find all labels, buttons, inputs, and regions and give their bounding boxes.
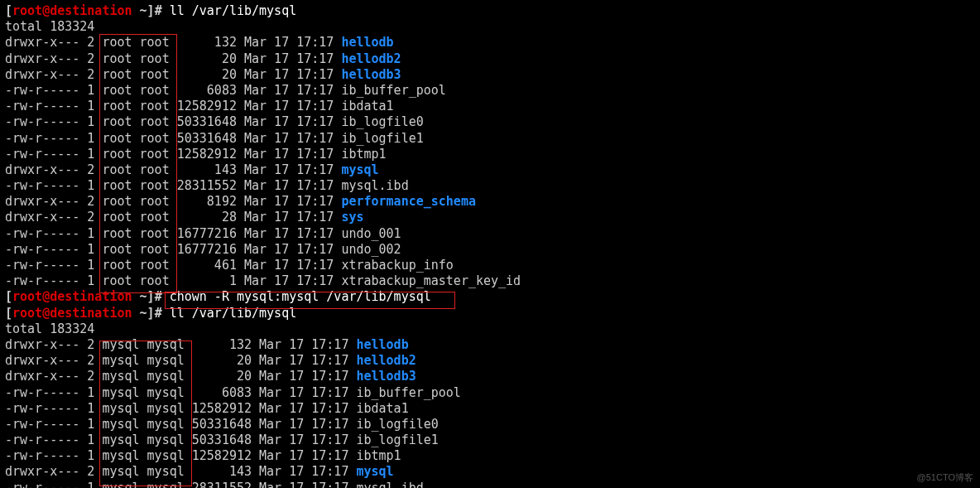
file-name: ibdata1 (356, 401, 408, 416)
shell-prompt: [root@destination ~]# (5, 3, 170, 18)
ls-row-root: drwxr-x--- 2 root root 20 Mar 17 17:17 h… (5, 67, 975, 83)
ls-metadata: drwxr-x--- 2 mysql mysql 132 Mar 17 17:1… (5, 337, 356, 352)
ls-row-root: -rw-r----- 1 root root 50331648 Mar 17 1… (5, 131, 975, 147)
ls-metadata: drwxr-x--- 2 root root 8192 Mar 17 17:17 (5, 194, 341, 209)
file-name: ibtmp1 (341, 147, 386, 162)
ls-row-mysql: -rw-r----- 1 mysql mysql 28311552 Mar 17… (5, 481, 975, 488)
ls-row-mysql: drwxr-x--- 2 mysql mysql 132 Mar 17 17:1… (5, 337, 975, 353)
directory-name: hellodb3 (341, 67, 401, 82)
shell-prompt: [root@destination ~]# (5, 306, 170, 321)
directory-name: hellodb3 (356, 369, 416, 384)
ls-row-root: drwxr-x--- 2 root root 20 Mar 17 17:17 h… (5, 51, 975, 67)
ls-metadata: -rw-r----- 1 mysql mysql 50331648 Mar 17… (5, 417, 356, 432)
ls-row-root: -rw-r----- 1 root root 1 Mar 17 17:17 xt… (5, 273, 975, 289)
ls-row-mysql: -rw-r----- 1 mysql mysql 50331648 Mar 17… (5, 417, 975, 432)
ls-row-root: -rw-r----- 1 root root 28311552 Mar 17 1… (5, 178, 975, 194)
directory-name: hellodb (356, 337, 408, 352)
file-name: ibdata1 (341, 99, 393, 114)
ls-row-mysql: drwxr-x--- 2 mysql mysql 20 Mar 17 17:17… (5, 353, 975, 369)
ls-metadata: drwxr-x--- 2 root root 28 Mar 17 17:17 (5, 210, 341, 225)
ls-row-root: -rw-r----- 1 root root 50331648 Mar 17 1… (5, 114, 975, 130)
ls-row-mysql: drwxr-x--- 2 mysql mysql 20 Mar 17 17:17… (5, 369, 975, 384)
ls-metadata: -rw-r----- 1 root root 461 Mar 17 17:17 (5, 258, 341, 273)
ls-metadata: drwxr-x--- 2 mysql mysql 143 Mar 17 17:1… (5, 464, 356, 479)
ls-row-root: -rw-r----- 1 root root 16777216 Mar 17 1… (5, 226, 975, 242)
file-name: ib_logfile1 (356, 432, 438, 447)
ls-row-mysql: -rw-r----- 1 mysql mysql 12582912 Mar 17… (5, 448, 975, 464)
ls-metadata: -rw-r----- 1 mysql mysql 6083 Mar 17 17:… (5, 385, 356, 400)
file-name: mysql.ibd (356, 481, 423, 488)
ls-row-root: -rw-r----- 1 root root 6083 Mar 17 17:17… (5, 83, 975, 99)
ls-metadata: drwxr-x--- 2 root root 20 Mar 17 17:17 (5, 67, 341, 82)
ls-metadata: -rw-r----- 1 root root 6083 Mar 17 17:17 (5, 83, 341, 98)
prompt-line[interactable]: [root@destination ~]# chown -R mysql:mys… (5, 289, 975, 305)
ls-row-root: drwxr-x--- 2 root root 8192 Mar 17 17:17… (5, 194, 975, 210)
ls-metadata: -rw-r----- 1 root root 12582912 Mar 17 1… (5, 99, 341, 114)
ls-row-root: -rw-r----- 1 root root 12582912 Mar 17 1… (5, 147, 975, 162)
ls-row-mysql: -rw-r----- 1 mysql mysql 50331648 Mar 17… (5, 432, 975, 448)
watermark: @51CTO博客 (917, 471, 973, 483)
ls-metadata: -rw-r----- 1 root root 12582912 Mar 17 1… (5, 147, 341, 162)
ls-metadata: drwxr-x--- 2 mysql mysql 20 Mar 17 17:17 (5, 369, 356, 384)
ls-metadata: -rw-r----- 1 mysql mysql 28311552 Mar 17… (5, 481, 356, 488)
ls-metadata: -rw-r----- 1 mysql mysql 12582912 Mar 17… (5, 448, 356, 463)
directory-name: mysql (341, 162, 378, 177)
directory-name: sys (341, 210, 363, 225)
file-name: ib_logfile0 (356, 417, 438, 432)
ls-total: total 183324 (5, 19, 975, 35)
shell-prompt: [root@destination ~]# (5, 289, 170, 304)
prompt-line[interactable]: [root@destination ~]# ll /var/lib/mysql (5, 306, 975, 321)
ls-metadata: -rw-r----- 1 root root 1 Mar 17 17:17 (5, 273, 341, 288)
file-name: xtrabackup_info (341, 258, 453, 273)
file-name: ib_logfile0 (341, 114, 423, 129)
ls-row-root: drwxr-x--- 2 root root 28 Mar 17 17:17 s… (5, 210, 975, 225)
ls-row-mysql: -rw-r----- 1 mysql mysql 12582912 Mar 17… (5, 401, 975, 417)
prompt-line[interactable]: [root@destination ~]# ll /var/lib/mysql (5, 3, 975, 19)
ls-metadata: drwxr-x--- 2 root root 132 Mar 17 17:17 (5, 35, 341, 50)
file-name: ib_buffer_pool (341, 83, 445, 98)
cmd-chown[interactable]: chown -R mysql:mysql /var/lib/mysql (170, 289, 431, 304)
ls-metadata: -rw-r----- 1 mysql mysql 50331648 Mar 17… (5, 432, 356, 447)
file-name: undo_002 (341, 242, 401, 257)
directory-name: mysql (356, 464, 393, 479)
ls-row-root: drwxr-x--- 2 root root 143 Mar 17 17:17 … (5, 162, 975, 178)
ls-metadata: -rw-r----- 1 root root 16777216 Mar 17 1… (5, 226, 341, 241)
cmd-ll-1[interactable]: ll /var/lib/mysql (170, 3, 297, 18)
ls-metadata: -rw-r----- 1 root root 16777216 Mar 17 1… (5, 242, 341, 257)
file-name: mysql.ibd (341, 178, 408, 193)
ls-metadata: -rw-r----- 1 mysql mysql 12582912 Mar 17… (5, 401, 356, 416)
directory-name: hellodb (341, 35, 393, 50)
directory-name: hellodb2 (341, 51, 401, 66)
file-name: ib_logfile1 (341, 131, 423, 146)
ls-row-root: -rw-r----- 1 root root 12582912 Mar 17 1… (5, 99, 975, 114)
ls-metadata: drwxr-x--- 2 root root 143 Mar 17 17:17 (5, 162, 341, 177)
cmd-ll-2[interactable]: ll /var/lib/mysql (170, 306, 297, 321)
ls-metadata: -rw-r----- 1 root root 50331648 Mar 17 1… (5, 131, 341, 146)
ls-row-mysql: drwxr-x--- 2 mysql mysql 143 Mar 17 17:1… (5, 464, 975, 480)
directory-name: performance_schema (341, 194, 476, 209)
directory-name: hellodb2 (356, 353, 416, 368)
file-name: ib_buffer_pool (356, 385, 460, 400)
terminal-output: [root@destination ~]# ll /var/lib/mysqlt… (5, 3, 975, 488)
file-name: ibtmp1 (356, 448, 401, 463)
ls-metadata: -rw-r----- 1 root root 50331648 Mar 17 1… (5, 114, 341, 129)
ls-total: total 183324 (5, 321, 975, 337)
file-name: undo_001 (341, 226, 401, 241)
ls-row-mysql: -rw-r----- 1 mysql mysql 6083 Mar 17 17:… (5, 385, 975, 401)
file-name: xtrabackup_master_key_id (341, 273, 521, 288)
ls-row-root: drwxr-x--- 2 root root 132 Mar 17 17:17 … (5, 35, 975, 51)
ls-metadata: drwxr-x--- 2 mysql mysql 20 Mar 17 17:17 (5, 353, 356, 368)
ls-row-root: -rw-r----- 1 root root 461 Mar 17 17:17 … (5, 258, 975, 273)
ls-row-root: -rw-r----- 1 root root 16777216 Mar 17 1… (5, 242, 975, 258)
ls-metadata: drwxr-x--- 2 root root 20 Mar 17 17:17 (5, 51, 341, 66)
ls-metadata: -rw-r----- 1 root root 28311552 Mar 17 1… (5, 178, 341, 193)
